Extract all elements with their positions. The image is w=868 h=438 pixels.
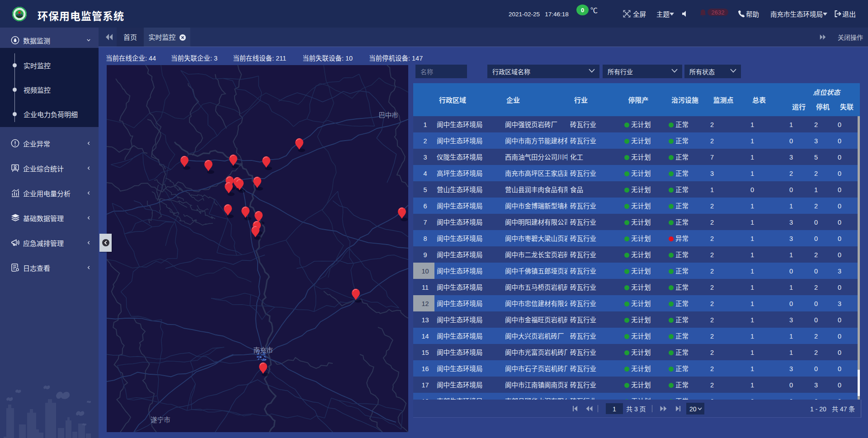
svg-text:遂宁市: 遂宁市 [151,414,170,424]
svg-text:南充市: 南充市 [253,345,273,354]
svg-text:巴中市: 巴中市 [378,110,398,119]
